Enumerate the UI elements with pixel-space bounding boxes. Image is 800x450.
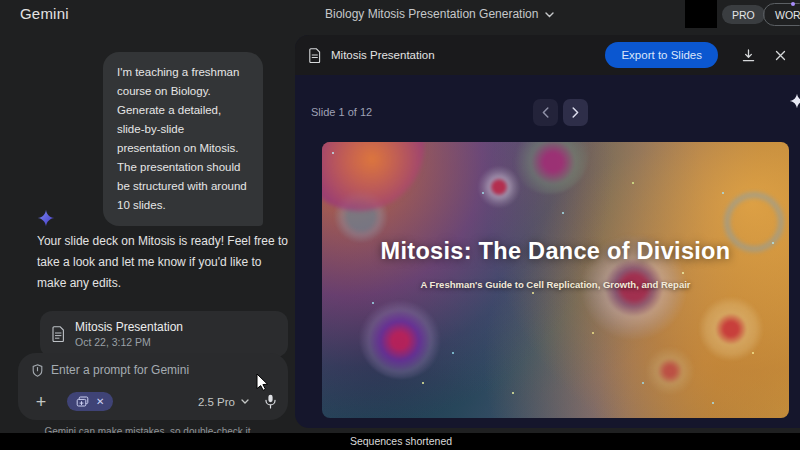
chevron-left-icon — [542, 107, 549, 118]
attachment-card[interactable]: Mitosis Presentation Oct 22, 3:12 PM — [40, 311, 288, 357]
disclaimer-text: Gemini can make mistakes, so double-chec… — [0, 426, 295, 433]
prompt-input[interactable]: Enter a prompt for Gemini — [51, 363, 189, 377]
cell-shape — [322, 142, 424, 211]
redacted-box — [685, 0, 717, 28]
cell-shape — [696, 294, 766, 364]
next-slide-button[interactable] — [563, 99, 588, 126]
prompt-composer[interactable]: Enter a prompt for Gemini + ✕ 2.5 Pro — [18, 353, 288, 420]
model-selector[interactable]: 2.5 Pro — [198, 396, 249, 408]
top-bar: Gemini Biology Mitosis Presentation Gene… — [0, 0, 800, 30]
sparkle-icon[interactable] — [788, 92, 800, 110]
mouse-cursor — [256, 373, 270, 391]
attachment-title: Mitosis Presentation — [75, 320, 183, 335]
model-label: 2.5 Pro — [198, 396, 235, 408]
panel-header: Mitosis Presentation Export to Slides — [295, 35, 800, 75]
microphone-icon[interactable] — [265, 394, 276, 409]
attachment-timestamp: Oct 22, 3:12 PM — [75, 335, 183, 349]
notification-dot — [791, 2, 795, 6]
user-message-bubble: I'm teaching a freshman course on Biolog… — [103, 52, 263, 226]
cell-shape — [640, 341, 700, 401]
close-icon[interactable] — [775, 50, 786, 61]
gemini-app: Gemini Biology Mitosis Presentation Gene… — [0, 0, 800, 450]
canvas-chip[interactable]: ✕ — [67, 392, 113, 411]
chevron-right-icon — [572, 107, 579, 118]
attachment-texts: Mitosis Presentation Oct 22, 3:12 PM — [75, 320, 183, 349]
gemini-logo[interactable]: Gemini — [20, 5, 69, 22]
add-attachment-button[interactable]: + — [32, 394, 50, 410]
chevron-down-icon — [545, 12, 554, 18]
slide-title: Mitosis: The Dance of Division — [322, 238, 789, 265]
chevron-down-icon — [241, 399, 249, 404]
document-icon — [52, 326, 65, 342]
presentation-panel: Mitosis Presentation Export to Slides Sl… — [295, 35, 800, 428]
download-icon[interactable] — [742, 49, 755, 62]
pro-badge: PRO — [722, 5, 765, 24]
document-icon — [309, 48, 321, 63]
conversation-title-dropdown[interactable]: Biology Mitosis Presentation Generation — [325, 7, 554, 21]
cell-shape — [359, 294, 444, 379]
panel-title: Mitosis Presentation — [331, 49, 435, 61]
slide-caption: Mitosis: The Dance of Division A Freshma… — [322, 238, 789, 290]
status-text: Sequences shortened — [1, 435, 800, 447]
slides-chip-icon — [76, 396, 89, 408]
slide-counter: Slide 1 of 12 — [311, 106, 372, 118]
assistant-message: Your slide deck on Mitosis is ready! Fee… — [37, 231, 289, 294]
previous-slide-button[interactable] — [533, 99, 558, 126]
export-to-slides-button[interactable]: Export to Slides — [605, 42, 718, 68]
slide-preview[interactable]: Mitosis: The Dance of Division A Freshma… — [322, 142, 789, 418]
work-button[interactable]: WORK — [763, 3, 800, 26]
conversation-title: Biology Mitosis Presentation Generation — [325, 7, 538, 21]
slide-subtitle: A Freshman's Guide to Cell Replication, … — [322, 279, 789, 290]
gemini-sparkle-icon — [36, 208, 56, 228]
prompt-icon — [32, 364, 43, 377]
chip-close-icon[interactable]: ✕ — [96, 397, 104, 407]
specks — [332, 152, 334, 154]
